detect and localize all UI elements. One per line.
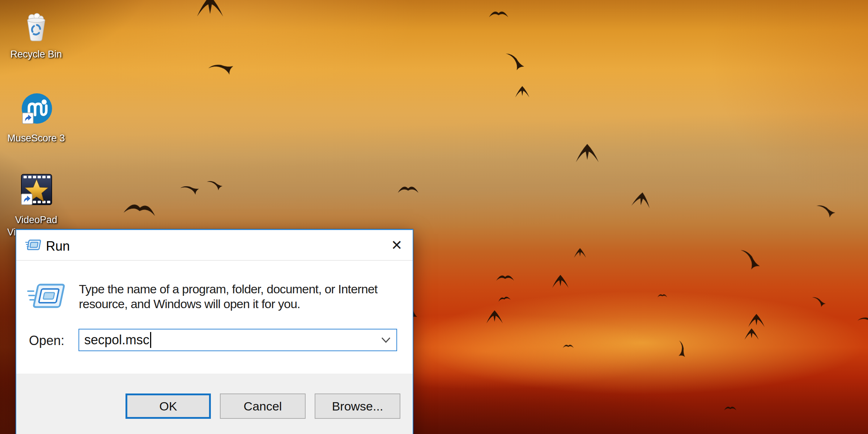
dialog-description: Type the name of a program, folder, docu… [79, 282, 378, 311]
recycle-bin-icon [22, 13, 50, 42]
desktop-icon-videopad[interactable]: VideoPad Vi [7, 173, 65, 238]
close-icon: ✕ [391, 237, 403, 253]
musescore-icon [20, 93, 53, 126]
dialog-title: Run [46, 239, 70, 254]
desktop-icon-recycle-bin[interactable]: Recycle Bin [7, 13, 65, 60]
description-line-1: Type the name of a program, folder, docu… [79, 282, 378, 297]
run-small-icon [25, 239, 42, 252]
run-large-icon [27, 282, 65, 312]
run-dialog-body: Type the name of a program, folder, docu… [16, 261, 413, 374]
browse-button[interactable]: Browse... [315, 393, 400, 419]
cancel-button[interactable]: Cancel [220, 393, 306, 419]
open-label: Open: [29, 333, 64, 348]
ok-button[interactable]: OK [125, 393, 211, 419]
icon-label: Recycle Bin [7, 48, 65, 60]
desktop: { "wallpaper": { "description": "orange-… [0, 0, 868, 434]
description-line-2: resource, and Windows will open it for y… [79, 297, 378, 311]
icon-label: VideoPad [7, 214, 65, 226]
videopad-icon [19, 173, 53, 208]
run-dialog-footer: OK Cancel Browse... [16, 374, 413, 434]
open-input[interactable]: secpol.msc [78, 329, 397, 351]
shortcut-arrow-icon [21, 194, 32, 205]
icon-label: MuseScore 3 [7, 132, 65, 144]
text-caret [150, 332, 151, 348]
open-input-value: secpol.msc [84, 332, 149, 348]
run-dialog: Run ✕ Type the name of a program, folder… [16, 229, 413, 434]
chevron-down-icon[interactable] [380, 336, 391, 344]
desktop-icon-musescore[interactable]: MuseScore 3 [7, 93, 65, 144]
run-dialog-titlebar[interactable]: Run ✕ [16, 230, 413, 260]
shortcut-arrow-icon [22, 113, 33, 124]
close-button[interactable]: ✕ [387, 235, 407, 255]
